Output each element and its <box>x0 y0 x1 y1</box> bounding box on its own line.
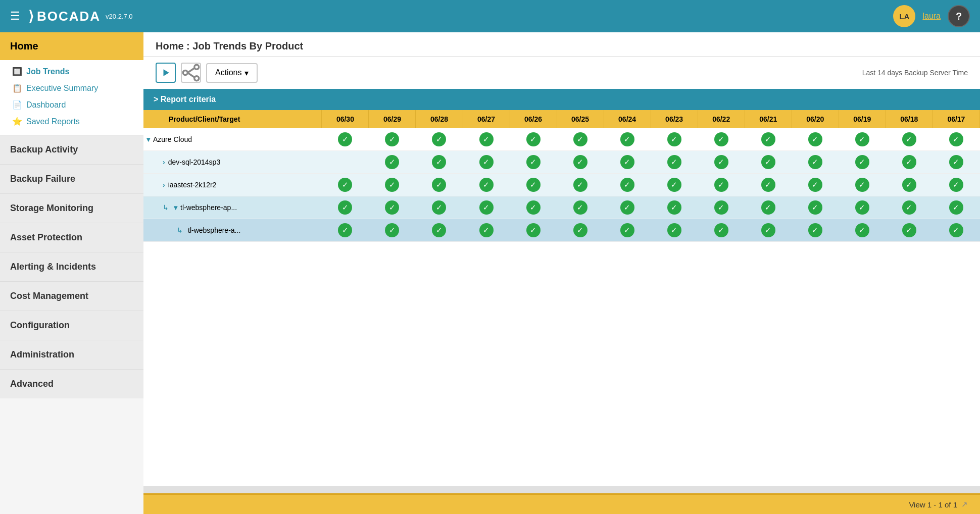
sidebar-section-asset-protection[interactable]: Asset Protection <box>0 223 143 252</box>
check-success: ✓ <box>714 178 728 192</box>
check-success: ✓ <box>808 200 822 215</box>
sidebar-section-backup-activity[interactable]: Backup Activity <box>0 135 143 164</box>
sidebar: Home 🔲Job Trends📋Executive Summary📄Dashb… <box>0 32 143 514</box>
arrow-icon: ↳ <box>177 226 183 234</box>
expand-icon[interactable]: › <box>163 181 165 189</box>
table-row: ›dev-sql-2014sp3✓✓✓✓✓✓✓✓✓✓✓✓✓ <box>143 151 980 174</box>
share-button[interactable] <box>181 63 201 83</box>
col-header-d0617: 06/17 <box>933 110 979 128</box>
user-name-link[interactable]: laura <box>922 12 941 21</box>
cell-r0-c1: ✓ <box>369 128 416 151</box>
sidebar-label-dashboard: Dashboard <box>26 100 66 110</box>
check-success: ✓ <box>573 223 587 237</box>
sidebar-item-saved-reports[interactable]: ⭐Saved Reports <box>0 113 143 130</box>
help-button[interactable]: ? <box>948 5 970 27</box>
check-success: ✓ <box>526 132 541 146</box>
sidebar-home[interactable]: Home <box>0 32 143 60</box>
cell-r4-c13: ✓ <box>933 219 979 242</box>
cell-r1-c4: ✓ <box>510 151 557 174</box>
pagination-label: View 1 - 1 of 1 <box>909 500 957 509</box>
cell-r1-c9: ✓ <box>745 151 792 174</box>
cell-r4-c7: ✓ <box>651 219 698 242</box>
cell-r4-c5: ✓ <box>557 219 604 242</box>
sidebar-label-job-trends: Job Trends <box>26 67 69 76</box>
hamburger-menu[interactable]: ☰ <box>10 10 20 23</box>
sidebar-item-job-trends[interactable]: 🔲Job Trends <box>0 63 143 80</box>
check-success: ✓ <box>338 178 352 192</box>
page-breadcrumb: Home : Job Trends By Product <box>143 32 980 57</box>
svg-line-5 <box>187 73 194 77</box>
col-header-d0626: 06/26 <box>510 110 557 128</box>
logo-version: v20.2.7.0 <box>106 13 133 20</box>
sidebar-item-executive-summary[interactable]: 📋Executive Summary <box>0 80 143 96</box>
product-cell-2: ›iaastest-2k12r2 <box>143 174 322 196</box>
cell-r1-c2: ✓ <box>416 151 463 174</box>
expand-icon[interactable]: › <box>163 158 165 166</box>
check-success: ✓ <box>761 132 775 146</box>
sidebar-label-saved-reports: Saved Reports <box>26 117 80 126</box>
sidebar-section-alerting-incidents[interactable]: Alerting & Incidents <box>0 252 143 281</box>
check-success: ✓ <box>714 200 728 215</box>
chevron-down-icon: ▾ <box>244 68 249 78</box>
nav-icon-dashboard: 📄 <box>12 100 22 110</box>
cell-r2-c8: ✓ <box>698 174 745 196</box>
main-layout: Home 🔲Job Trends📋Executive Summary📄Dashb… <box>0 32 980 514</box>
row-name: dev-sql-2014sp3 <box>168 158 221 166</box>
cell-r3-c4: ✓ <box>510 196 557 219</box>
check-success: ✓ <box>761 223 775 237</box>
sidebar-section-storage-monitoring[interactable]: Storage Monitoring <box>0 193 143 223</box>
col-header-product: Product/Client/Target <box>143 110 322 128</box>
check-success: ✓ <box>526 223 541 237</box>
cell-r3-c2: ✓ <box>416 196 463 219</box>
sidebar-item-dashboard[interactable]: 📄Dashboard <box>0 96 143 113</box>
expand-icon[interactable]: ▾ <box>174 203 177 212</box>
product-cell-4: ↳tl-websphere-a... <box>143 219 322 242</box>
row-name: tl-websphere-a... <box>188 226 240 234</box>
scroll-to-end-icon[interactable]: ↗ <box>961 500 968 509</box>
sidebar-section-administration[interactable]: Administration <box>0 340 143 369</box>
nav-icon-saved-reports: ⭐ <box>12 117 22 126</box>
cell-r3-c13: ✓ <box>933 196 979 219</box>
svg-point-3 <box>183 71 187 75</box>
sidebar-section-cost-management[interactable]: Cost Management <box>0 281 143 311</box>
run-button[interactable] <box>156 63 176 83</box>
table-container[interactable]: Product/Client/Target06/3006/2906/2806/2… <box>143 110 980 486</box>
check-success: ✓ <box>667 155 681 169</box>
check-success: ✓ <box>573 155 587 169</box>
product-cell-0: ▾Azure Cloud <box>143 128 322 151</box>
check-success: ✓ <box>667 200 681 215</box>
product-cell-1: ›dev-sql-2014sp3 <box>143 151 322 174</box>
check-success: ✓ <box>479 200 494 215</box>
cell-r4-c0: ✓ <box>322 219 369 242</box>
sidebar-section-advanced[interactable]: Advanced <box>0 369 143 398</box>
check-success: ✓ <box>526 200 541 215</box>
report-criteria-bar[interactable]: > Report criteria <box>143 89 980 110</box>
check-success: ✓ <box>479 223 494 237</box>
expand-icon[interactable]: ▾ <box>146 135 150 143</box>
cell-r3-c12: ✓ <box>886 196 933 219</box>
check-success: ✓ <box>620 132 634 146</box>
svg-point-1 <box>194 65 199 69</box>
horizontal-scrollbar[interactable] <box>143 486 980 493</box>
cell-r0-c11: ✓ <box>839 128 886 151</box>
footer-bar: View 1 - 1 of 1 ↗ <box>143 493 980 514</box>
sidebar-section-backup-failure[interactable]: Backup Failure <box>0 164 143 193</box>
check-success: ✓ <box>949 200 963 215</box>
actions-button[interactable]: Actions ▾ <box>206 63 258 83</box>
check-success: ✓ <box>855 155 869 169</box>
col-header-d0622: 06/22 <box>698 110 745 128</box>
cell-r2-c11: ✓ <box>839 174 886 196</box>
check-success: ✓ <box>526 178 541 192</box>
check-success: ✓ <box>620 223 634 237</box>
check-success: ✓ <box>338 132 352 146</box>
row-name: Azure Cloud <box>153 135 192 143</box>
col-header-d0627: 06/27 <box>463 110 510 128</box>
sidebar-section-configuration[interactable]: Configuration <box>0 311 143 340</box>
check-success: ✓ <box>761 155 775 169</box>
cell-r0-c13: ✓ <box>933 128 979 151</box>
cell-r4-c10: ✓ <box>792 219 839 242</box>
cell-r1-c12: ✓ <box>886 151 933 174</box>
check-success: ✓ <box>808 132 822 146</box>
cell-r3-c0: ✓ <box>322 196 369 219</box>
check-success: ✓ <box>855 223 869 237</box>
